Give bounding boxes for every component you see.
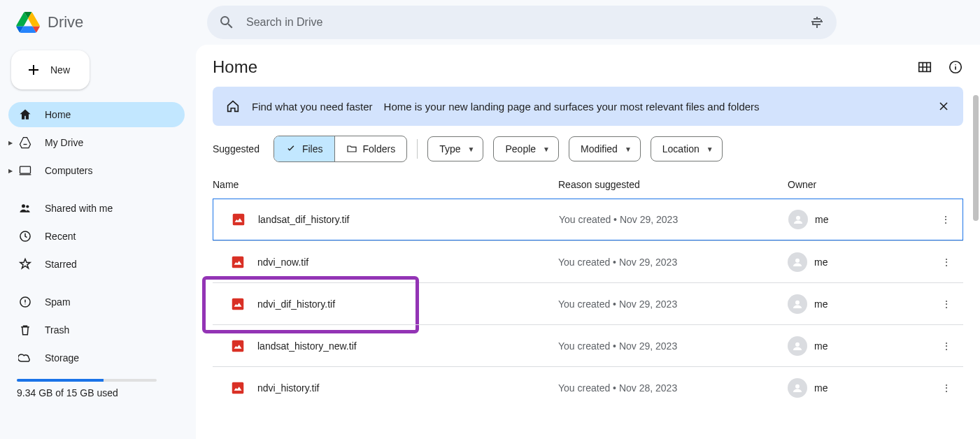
drive-logo-icon — [14, 8, 42, 36]
file-name: landsat_dif_history.tif — [258, 214, 349, 225]
file-owner: me — [814, 340, 828, 352]
search-input[interactable] — [246, 16, 797, 29]
sidebar-item-trash[interactable]: Trash — [8, 317, 185, 343]
svg-rect-0 — [20, 166, 31, 173]
file-name: ndvi_now.tif — [257, 257, 308, 268]
caret-icon: ▼ — [543, 145, 550, 153]
sidebar-item-spam[interactable]: Spam — [8, 289, 185, 315]
table-row[interactable]: ndvi_now.tif You created • Nov 29, 2023 … — [213, 240, 963, 282]
sidebar-item-label: My Drive — [45, 137, 83, 148]
table-header: Name Reason suggested Owner — [213, 171, 963, 199]
view-grid-icon[interactable] — [917, 59, 932, 75]
file-reason: You created • Nov 29, 2023 — [558, 257, 788, 268]
search-options-icon[interactable] — [809, 14, 825, 31]
file-reason: You created • Nov 29, 2023 — [558, 340, 788, 352]
svg-rect-7 — [233, 214, 245, 226]
more-actions-icon[interactable]: ⋮ — [929, 214, 963, 225]
chip-location[interactable]: Location▼ — [651, 136, 723, 161]
new-button[interactable]: New — [11, 50, 90, 89]
expand-icon[interactable]: ▶ — [8, 168, 13, 174]
chip-modified[interactable]: Modified▼ — [569, 136, 641, 161]
check-icon — [285, 143, 297, 154]
sidebar-item-label: Shared with me — [45, 203, 113, 214]
file-table: Name Reason suggested Owner landsat_dif_… — [213, 171, 963, 408]
image-file-icon — [229, 254, 246, 271]
svg-point-1 — [22, 204, 25, 208]
sidebar-item-home[interactable]: Home — [8, 102, 185, 127]
image-file-icon — [229, 380, 246, 396]
trash-icon — [17, 323, 34, 337]
chip-label: Modified — [581, 143, 618, 154]
table-row[interactable]: ndvi_history.tif You created • Nov 28, 2… — [213, 366, 963, 408]
storage-bar — [17, 379, 157, 382]
table-row[interactable]: ndvi_dif_history.tif You created • Nov 2… — [213, 282, 963, 324]
app-name: Drive — [48, 13, 83, 31]
sidebar-item-label: Storage — [45, 352, 79, 364]
chip-label: Type — [439, 143, 460, 154]
sidebar-item-label: Home — [45, 109, 71, 120]
svg-point-16 — [795, 384, 800, 388]
storage-icon — [17, 351, 34, 365]
banner-text: Home is your new landing page and surfac… — [384, 101, 760, 113]
sidebar-item-mydrive[interactable]: ▶ My Drive — [8, 130, 185, 155]
chip-label: Location — [662, 143, 700, 154]
file-reason: You created • Nov 29, 2023 — [559, 214, 788, 225]
more-actions-icon[interactable]: ⋮ — [930, 340, 963, 352]
svg-point-10 — [795, 258, 800, 262]
image-file-icon — [230, 211, 247, 228]
caret-icon: ▼ — [625, 145, 632, 153]
svg-rect-11 — [232, 298, 244, 310]
more-actions-icon[interactable]: ⋮ — [930, 257, 963, 268]
sidebar-item-recent[interactable]: Recent — [8, 224, 185, 249]
info-banner: Find what you need faster Home is your n… — [213, 87, 963, 126]
recent-icon — [17, 229, 34, 243]
search-bar[interactable] — [207, 6, 837, 39]
svg-rect-15 — [232, 382, 244, 394]
storage-fill — [17, 379, 104, 382]
star-icon — [17, 257, 34, 271]
table-row[interactable]: landsat_dif_history.tif You created • No… — [213, 199, 963, 240]
sidebar-item-label: Trash — [45, 324, 69, 336]
col-name[interactable]: Name — [213, 179, 558, 190]
home-icon — [17, 108, 34, 122]
more-actions-icon[interactable]: ⋮ — [930, 298, 963, 310]
files-folders-segment: Files Folders — [274, 136, 407, 162]
chip-type[interactable]: Type▼ — [427, 136, 483, 161]
sidebar-item-shared[interactable]: Shared with me — [8, 196, 185, 221]
info-icon[interactable] — [948, 59, 963, 75]
storage-text: 9.34 GB of 15 GB used — [8, 387, 185, 398]
segment-folders[interactable]: Folders — [334, 136, 407, 161]
more-actions-icon[interactable]: ⋮ — [930, 382, 963, 394]
search-icon[interactable] — [218, 14, 235, 31]
chip-people[interactable]: People▼ — [493, 136, 559, 161]
image-file-icon — [229, 296, 246, 312]
folder-icon — [346, 143, 357, 154]
new-button-label: New — [50, 64, 70, 75]
scrollbar[interactable] — [973, 95, 979, 221]
shared-icon — [17, 201, 34, 215]
segment-folders-label: Folders — [363, 143, 396, 154]
suggested-label: Suggested — [213, 143, 260, 154]
svg-point-2 — [26, 205, 29, 208]
expand-icon[interactable]: ▶ — [8, 140, 13, 146]
table-row[interactable]: landsat_history_new.tif You created • No… — [213, 324, 963, 366]
col-reason[interactable]: Reason suggested — [558, 179, 788, 190]
avatar-icon — [788, 336, 807, 356]
close-icon[interactable] — [937, 99, 951, 113]
svg-point-8 — [796, 216, 800, 220]
main-panel: Home Find what you need faster Home is y… — [196, 45, 980, 439]
sidebar-item-label: Computers — [45, 165, 92, 176]
logo-area[interactable]: Drive — [11, 8, 207, 36]
sidebar-item-storage[interactable]: Storage — [8, 345, 185, 370]
segment-files[interactable]: Files — [274, 136, 334, 161]
home-icon — [225, 99, 241, 114]
svg-point-12 — [795, 300, 800, 304]
segment-files-label: Files — [302, 143, 323, 154]
file-name: ndvi_history.tif — [257, 382, 319, 394]
sidebar-item-computers[interactable]: ▶ Computers — [8, 158, 185, 183]
sidebar-item-starred[interactable]: Starred — [8, 252, 185, 277]
svg-point-14 — [795, 342, 800, 346]
filter-row: Suggested Files Folders Type▼ People▼ Mo… — [213, 136, 963, 162]
col-owner[interactable]: Owner — [788, 179, 930, 190]
svg-rect-13 — [232, 340, 244, 352]
